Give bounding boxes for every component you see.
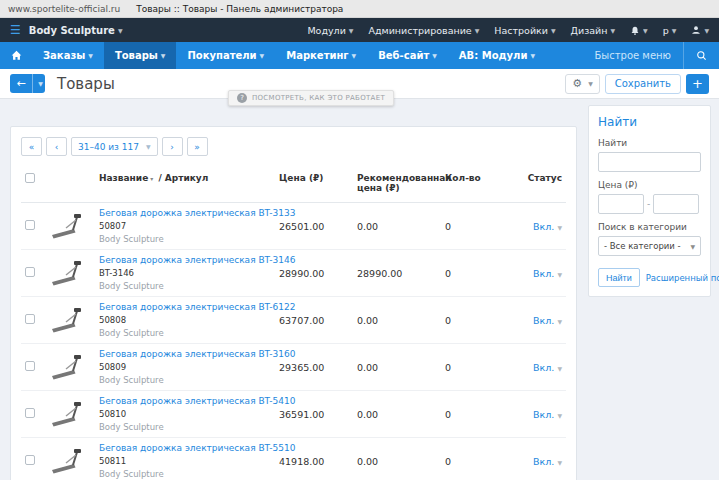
row-checkbox[interactable]	[25, 408, 35, 418]
nav-item-orders[interactable]: Заказы▼	[32, 42, 104, 69]
product-name-link[interactable]: Беговая дорожка электрическая BT-5410	[99, 396, 271, 406]
pagination-prev-button[interactable]: ‹	[46, 137, 67, 156]
content-area: « ‹ 31–40 из 117 ▼ › » Название▾ /	[0, 99, 719, 480]
advanced-search-link[interactable]: Расширенный поиск	[646, 273, 719, 283]
status-dropdown[interactable]: Вкл.▼	[533, 268, 562, 279]
pagination-next-button[interactable]: ›	[162, 137, 183, 156]
save-button[interactable]: Сохранить	[605, 74, 681, 94]
status-dropdown[interactable]: Вкл.▼	[533, 315, 562, 326]
nav-item-website[interactable]: Веб-сайт▼	[367, 42, 448, 69]
chevron-down-icon: ▼	[557, 459, 562, 466]
nav-home[interactable]	[0, 42, 32, 69]
pagination-range-dropdown[interactable]: 31–40 из 117 ▼	[71, 137, 158, 156]
chevron-down-icon: ▼	[88, 52, 93, 59]
category-select[interactable]: - Все категории - ▼	[598, 236, 701, 256]
status-dropdown[interactable]: Вкл.▼	[533, 456, 562, 467]
product-qty: 0	[441, 250, 495, 297]
menu-settings[interactable]: Настройки▼	[494, 25, 555, 36]
product-qty: 0	[441, 438, 495, 480]
quick-menu[interactable]: Быстрое меню	[582, 42, 683, 69]
product-name-link[interactable]: Беговая дорожка электрическая BT-6122	[99, 302, 271, 312]
product-brand: Body Sculpture	[99, 281, 271, 291]
gear-icon: ⚙	[572, 77, 582, 90]
notifications-menu[interactable]: ▼	[630, 25, 648, 36]
status-dropdown[interactable]: Вкл.▼	[533, 409, 562, 420]
chevron-down-icon: ▼	[432, 52, 437, 59]
chevron-down-icon: ▼	[146, 143, 151, 150]
products-panel: « ‹ 31–40 из 117 ▼ › » Название▾ /	[10, 126, 577, 480]
sort-caret-icon: ▾	[150, 175, 153, 182]
column-status[interactable]: Статус	[495, 169, 566, 203]
product-thumbnail	[47, 255, 83, 291]
back-button[interactable]: ← ▼	[10, 74, 45, 93]
product-name-link[interactable]: Беговая дорожка электрическая BT-5510	[99, 443, 271, 453]
settings-button[interactable]: ⚙▼	[565, 74, 600, 94]
product-thumbnail	[47, 443, 83, 479]
price-max-input[interactable]	[653, 194, 699, 214]
store-menu[interactable]: Body Sculpture ▼	[29, 25, 123, 36]
select-all-checkbox[interactable]	[25, 173, 35, 183]
price-range-dash: -	[647, 199, 650, 209]
user-icon	[691, 25, 701, 35]
product-rec-price: 0.00	[353, 297, 441, 344]
nav-item-ab-modules[interactable]: АВ: Модули▼	[448, 42, 546, 69]
status-dropdown[interactable]: Вкл.▼	[533, 221, 562, 232]
product-name-link[interactable]: Беговая дорожка электрическая BT-3133	[99, 208, 271, 218]
product-name-link[interactable]: Беговая дорожка электрическая BT-3160	[99, 349, 271, 359]
nav-item-products[interactable]: Товары▼	[104, 42, 177, 69]
table-row: Беговая дорожка электрическая BT-5510508…	[21, 438, 566, 480]
chevron-down-icon: ▼	[643, 27, 648, 34]
row-checkbox[interactable]	[25, 455, 35, 465]
nav-item-marketing[interactable]: Маркетинг▼	[275, 42, 367, 69]
page-title: Товары	[57, 75, 115, 93]
sidebar-find-button[interactable]: Найти	[598, 268, 640, 287]
chevron-down-icon: ▼	[690, 243, 695, 250]
row-checkbox[interactable]	[25, 361, 35, 371]
sort-by-sku[interactable]: Артикул	[165, 173, 209, 183]
how-it-works-tooltip[interactable]: ? ПОСМОТРЕТЬ, КАК ЭТО РАБОТАЕТ	[228, 90, 394, 106]
profile-menu[interactable]: ▼	[691, 25, 709, 35]
table-row: Беговая дорожка электрическая BT-3133508…	[21, 203, 566, 250]
search-input[interactable]	[598, 152, 701, 172]
nav-item-customers[interactable]: Покупатели▼	[176, 42, 275, 69]
row-checkbox[interactable]	[25, 314, 35, 324]
price-min-input[interactable]	[598, 194, 644, 214]
pagination-first-button[interactable]: «	[21, 137, 42, 156]
browser-url: www.sportelite-official.ru	[8, 4, 120, 14]
menu-administration[interactable]: Администрирование▼	[368, 25, 479, 36]
product-qty: 0	[441, 297, 495, 344]
currency-menu[interactable]: р▼	[663, 25, 677, 36]
menu-modules[interactable]: Модули▼	[307, 25, 353, 36]
product-thumbnail	[47, 302, 83, 338]
add-product-button[interactable]: +	[686, 74, 709, 94]
chevron-down-icon: ▼	[610, 27, 615, 34]
row-checkbox[interactable]	[25, 220, 35, 230]
pagination: « ‹ 31–40 из 117 ▼ › »	[21, 137, 566, 156]
nav-search-button[interactable]	[683, 42, 719, 69]
sort-by-name[interactable]: Название	[99, 173, 148, 183]
chevron-down-icon: ▼	[588, 80, 593, 87]
chevron-down-icon: ▼	[161, 52, 166, 59]
arrow-left-icon[interactable]: ←	[10, 74, 32, 93]
chevron-down-icon: ▼	[38, 80, 43, 87]
column-qty[interactable]: Кол-во	[441, 169, 495, 203]
menu-design[interactable]: Дизайн▼	[571, 25, 615, 36]
price-label: Цена (₽)	[598, 180, 701, 190]
column-price[interactable]: Цена (₽)	[275, 169, 353, 203]
chevron-down-icon: ▼	[260, 52, 265, 59]
table-row: Беговая дорожка электрическая BT-3146BT-…	[21, 250, 566, 297]
pagination-last-button[interactable]: »	[187, 137, 208, 156]
hamburger-icon[interactable]: ☰	[10, 24, 21, 36]
product-name-link[interactable]: Беговая дорожка электрическая BT-3146	[99, 255, 271, 265]
column-rec-price[interactable]: Рекомендованная цена (₽)	[353, 169, 441, 203]
chevron-down-icon: ▼	[557, 271, 562, 278]
chevron-down-icon: ▼	[118, 27, 123, 34]
product-rec-price: 0.00	[353, 344, 441, 391]
browser-tab-title: Товары :: Товары - Панель администратора	[136, 4, 343, 14]
status-dropdown[interactable]: Вкл.▼	[533, 362, 562, 373]
chevron-down-icon: ▼	[672, 27, 677, 34]
product-sku: 50807	[99, 221, 271, 231]
row-checkbox[interactable]	[25, 267, 35, 277]
table-row: Беговая дорожка электрическая BT-3160508…	[21, 344, 566, 391]
products-table: Название▾ / Артикул Цена (₽) Рекомендова…	[21, 169, 566, 480]
